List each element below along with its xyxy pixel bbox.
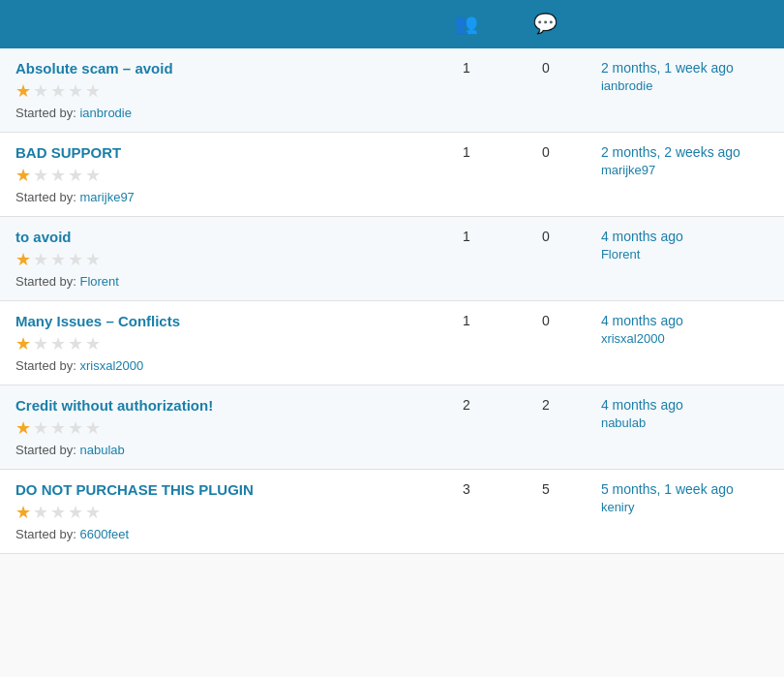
star-2: ★ (33, 165, 48, 186)
voices-cell: 1 (427, 133, 506, 217)
table-row: DO NOT PURCHASE THIS PLUGIN ★★★★★ Starte… (0, 470, 784, 554)
started-by: Started by: nabulab (15, 443, 411, 457)
last-post-cell: 2 months, 1 week ago ianbrodie (586, 48, 784, 133)
started-by: Started by: ianbrodie (15, 106, 411, 120)
replies-cell: 0 (506, 48, 586, 133)
star-rating: ★★★★★ (15, 165, 411, 186)
star-4: ★ (68, 502, 83, 523)
topic-cell: Absolute scam – avoid ★★★★★ Started by: … (0, 48, 427, 133)
star-5: ★ (85, 165, 101, 186)
star-2: ★ (33, 417, 48, 439)
star-rating: ★★★★★ (15, 333, 411, 354)
star-5: ★ (85, 417, 101, 439)
star-5: ★ (85, 80, 101, 102)
started-by: Started by: marijke97 (15, 190, 411, 204)
header-topic (0, 0, 427, 48)
last-post-cell: 5 months, 1 week ago keniry (586, 470, 784, 554)
topic-title-link[interactable]: Credit without authorization! (15, 397, 411, 414)
replies-cell: 0 (506, 217, 586, 301)
started-by: Started by: xrisxal2000 (15, 358, 411, 373)
table-header: 👥 💬 (0, 0, 784, 48)
table-row: Credit without authorization! ★★★★★ Star… (0, 385, 784, 470)
star-3: ★ (50, 417, 66, 439)
topic-title-link[interactable]: Many Issues – Conflicts (15, 313, 411, 329)
star-2: ★ (33, 502, 48, 523)
topic-cell: BAD SUPPORT ★★★★★ Started by: marijke97 (0, 133, 427, 217)
star-4: ★ (68, 333, 83, 354)
last-post-user-link[interactable]: marijke97 (601, 163, 655, 177)
started-by: Started by: Florent (15, 274, 411, 289)
forum-table: 👥 💬 Absolute scam – avoid ★★★★★ Started … (0, 0, 784, 554)
topic-title-link[interactable]: Absolute scam – avoid (15, 60, 411, 77)
started-by: Started by: 6600feet (15, 527, 411, 541)
star-4: ★ (68, 80, 83, 102)
replies-icon: 💬 (522, 12, 570, 35)
star-2: ★ (33, 80, 48, 102)
started-by-user-link[interactable]: ianbrodie (79, 106, 132, 120)
star-5: ★ (85, 502, 101, 523)
star-rating: ★★★★★ (15, 417, 411, 439)
replies-cell: 0 (506, 133, 586, 217)
star-3: ★ (50, 333, 66, 354)
star-5: ★ (85, 333, 101, 354)
last-post-time: 4 months ago (601, 397, 769, 413)
header-replies: 💬 (506, 0, 586, 48)
star-3: ★ (50, 249, 66, 270)
voices-cell: 1 (427, 301, 506, 385)
star-3: ★ (50, 165, 66, 186)
star-4: ★ (68, 417, 83, 439)
topic-title-link[interactable]: to avoid (15, 229, 411, 245)
topic-cell: Credit without authorization! ★★★★★ Star… (0, 385, 427, 470)
last-post-cell: 2 months, 2 weeks ago marijke97 (586, 133, 784, 217)
topic-title-link[interactable]: BAD SUPPORT (15, 144, 411, 161)
topic-cell: DO NOT PURCHASE THIS PLUGIN ★★★★★ Starte… (0, 470, 427, 554)
topic-title-link[interactable]: DO NOT PURCHASE THIS PLUGIN (15, 481, 411, 498)
last-post-user-link[interactable]: Florent (601, 247, 640, 262)
star-2: ★ (33, 333, 48, 354)
star-rating: ★★★★★ (15, 249, 411, 270)
table-row: to avoid ★★★★★ Started by: Florent 1 0 4… (0, 217, 784, 301)
replies-cell: 0 (506, 301, 586, 385)
voices-cell: 2 (427, 385, 506, 470)
star-rating: ★★★★★ (15, 502, 411, 523)
started-by-user-link[interactable]: 6600feet (79, 527, 129, 541)
voices-cell: 1 (427, 48, 506, 133)
started-by-user-link[interactable]: marijke97 (79, 190, 134, 204)
last-post-time: 2 months, 1 week ago (601, 60, 769, 76)
header-voices: 👥 (427, 0, 506, 48)
table-row: Many Issues – Conflicts ★★★★★ Started by… (0, 301, 784, 385)
star-1: ★ (15, 417, 31, 439)
replies-cell: 5 (506, 470, 586, 554)
table-row: Absolute scam – avoid ★★★★★ Started by: … (0, 48, 784, 133)
star-1: ★ (15, 502, 31, 523)
started-by-user-link[interactable]: Florent (79, 274, 118, 289)
star-3: ★ (50, 502, 66, 523)
star-1: ★ (15, 249, 31, 270)
last-post-cell: 4 months ago xrisxal2000 (586, 301, 784, 385)
voices-cell: 1 (427, 217, 506, 301)
last-post-cell: 4 months ago nabulab (586, 385, 784, 470)
table-row: BAD SUPPORT ★★★★★ Started by: marijke97 … (0, 133, 784, 217)
star-4: ★ (68, 165, 83, 186)
star-1: ★ (15, 80, 31, 102)
star-1: ★ (15, 165, 31, 186)
last-post-user-link[interactable]: nabulab (601, 415, 646, 430)
topic-cell: to avoid ★★★★★ Started by: Florent (0, 217, 427, 301)
started-by-user-link[interactable]: nabulab (79, 443, 124, 457)
star-5: ★ (85, 249, 101, 270)
last-post-cell: 4 months ago Florent (586, 217, 784, 301)
started-by-user-link[interactable]: xrisxal2000 (79, 358, 143, 373)
header-last-post (586, 0, 784, 48)
last-post-user-link[interactable]: xrisxal2000 (601, 331, 665, 346)
star-rating: ★★★★★ (15, 80, 411, 102)
last-post-time: 4 months ago (601, 313, 769, 328)
last-post-user-link[interactable]: keniry (601, 500, 635, 514)
star-3: ★ (50, 80, 66, 102)
voices-cell: 3 (427, 470, 506, 554)
voices-icon: 👥 (442, 12, 491, 35)
last-post-user-link[interactable]: ianbrodie (601, 78, 653, 93)
star-2: ★ (33, 249, 48, 270)
last-post-time: 4 months ago (601, 229, 769, 244)
last-post-time: 5 months, 1 week ago (601, 481, 769, 497)
last-post-time: 2 months, 2 weeks ago (601, 144, 769, 160)
